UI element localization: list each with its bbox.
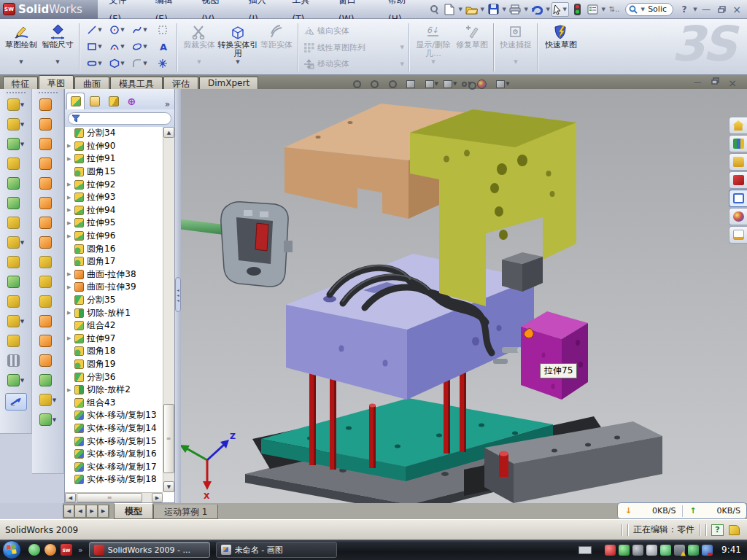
chevron-down-icon[interactable]: ▼ bbox=[19, 59, 23, 65]
taskpane-home-tab[interactable] bbox=[729, 117, 747, 134]
quicklaunch-solidworks-icon[interactable]: SW bbox=[61, 544, 72, 556]
taskbar-clock[interactable]: 9:41 bbox=[721, 545, 741, 555]
tree-item[interactable]: ▶ 拉伸91 bbox=[65, 152, 163, 166]
expand-arrow-icon[interactable]: ▶ bbox=[67, 284, 74, 290]
tree-horizontal-scrollbar[interactable]: ◀ ≡ ▶ bbox=[65, 492, 163, 502]
chevron-down-icon[interactable]: ▼ bbox=[143, 61, 147, 66]
view-settings-icon[interactable]: ▼ bbox=[496, 80, 509, 88]
lofted-surface-icon[interactable]: ▼ bbox=[35, 154, 61, 174]
chevron-down-icon[interactable]: ▼ bbox=[98, 44, 101, 50]
chevron-down-icon[interactable]: ▼ bbox=[479, 7, 485, 12]
quicklaunch-overflow-chevron[interactable]: » bbox=[78, 545, 83, 555]
chevron-double-icon[interactable]: » bbox=[162, 99, 173, 109]
fillet-icon[interactable]: ▼ bbox=[3, 134, 29, 154]
slot-tool[interactable]: ▼ bbox=[83, 55, 106, 71]
tree-item[interactable]: ▶ 实体-移动/复制16 bbox=[65, 448, 163, 461]
tree-item[interactable]: ▶ 分割36 bbox=[65, 370, 163, 384]
tree-item[interactable]: ▶ 切除-放样2 bbox=[65, 384, 163, 397]
search-box[interactable]: ▼ Solic bbox=[625, 3, 673, 16]
apply-scene-icon[interactable]: ▼ bbox=[477, 79, 491, 89]
tree-item[interactable]: ▶ 圆角18 bbox=[65, 345, 163, 358]
expand-arrow-icon[interactable]: ▶ bbox=[67, 387, 74, 393]
3d-model-assembly[interactable]: Y Z X bbox=[171, 89, 747, 503]
expand-arrow-icon[interactable]: ▶ bbox=[67, 182, 74, 187]
search-input[interactable]: Solic bbox=[648, 4, 667, 14]
toolbar-grip[interactable] bbox=[39, 92, 58, 93]
tray-update-icon[interactable] bbox=[660, 545, 671, 556]
rectangle-tool[interactable]: ▼ bbox=[83, 38, 106, 55]
extruded-boss-icon[interactable]: ▼ bbox=[3, 95, 29, 114]
chevron-down-icon[interactable]: ▼ bbox=[98, 27, 101, 33]
zoom-to-area-icon[interactable]: ▼ bbox=[371, 80, 383, 88]
planar-surface-icon[interactable]: ▼ bbox=[35, 213, 61, 233]
taskpane-custom-properties-tab[interactable] bbox=[729, 226, 747, 244]
expand-arrow-icon[interactable]: ▶ bbox=[67, 233, 74, 239]
hole-wizard-icon[interactable]: ▼ bbox=[3, 213, 29, 233]
command-tab[interactable]: DimXpert bbox=[199, 77, 258, 89]
keyboard-layout-icon[interactable] bbox=[578, 546, 592, 554]
tray-sync-blocked-icon[interactable] bbox=[702, 545, 713, 556]
delete-face-icon[interactable]: ▼ bbox=[35, 272, 61, 292]
dimxpertmanager-tab[interactable]: ⊕ bbox=[123, 93, 142, 109]
move-entities-button[interactable]: 移动实体 ▼ bbox=[303, 57, 404, 71]
thicken-icon[interactable]: ▼ bbox=[35, 292, 61, 311]
options-icon[interactable] bbox=[585, 2, 600, 17]
revolved-surface-icon[interactable]: ▼ bbox=[35, 114, 61, 134]
open-icon[interactable] bbox=[464, 2, 479, 17]
tray-security-center-icon[interactable] bbox=[605, 545, 616, 556]
toolbar-pin-icon[interactable] bbox=[427, 2, 441, 17]
expand-arrow-icon[interactable]: ▶ bbox=[67, 143, 74, 149]
curve-icon[interactable]: ▼ bbox=[3, 370, 29, 390]
tree-item[interactable]: ▶ 曲面-拉伸38 bbox=[65, 268, 163, 281]
chevron-down-icon[interactable]: ▼ bbox=[457, 7, 463, 12]
expand-arrow-icon[interactable]: ▶ bbox=[67, 271, 74, 277]
tree-item[interactable]: ▶ 切除-放样1 bbox=[65, 306, 163, 319]
tree-item[interactable]: ▶ 分割35 bbox=[65, 294, 163, 307]
replace-face-icon[interactable]: ▼ bbox=[35, 351, 61, 370]
tree-item[interactable]: ▶ 实体-移动/复制14 bbox=[65, 422, 163, 435]
taskbar-window-button[interactable]: SolidWorks 2009 - ... bbox=[89, 542, 210, 558]
chevron-down-icon[interactable]: ▼ bbox=[120, 27, 124, 33]
toolbar-grip[interactable] bbox=[7, 92, 26, 93]
reference-point-icon[interactable]: ▼ bbox=[35, 390, 61, 410]
model-tab[interactable]: 模型 bbox=[114, 503, 153, 519]
quicklaunch-messenger-icon[interactable] bbox=[28, 544, 40, 556]
move-copy-body-icon[interactable]: ▼ bbox=[3, 292, 29, 311]
taskpane-file-explorer-tab[interactable] bbox=[729, 171, 747, 189]
linear-pattern-icon[interactable]: ▼ bbox=[3, 233, 29, 252]
smart-dimension-button[interactable]: 智能尺寸 ▼ bbox=[39, 21, 76, 74]
trim-surface-icon[interactable]: ▼ bbox=[35, 311, 61, 331]
model-tab[interactable]: 运动算例 1 bbox=[153, 505, 218, 519]
magnified-selection-icon[interactable]: ▼ bbox=[389, 80, 401, 88]
convert-entities-button[interactable]: 转换实体引用 ▼ bbox=[217, 21, 258, 74]
scroll-thumb[interactable]: ≡ bbox=[77, 493, 142, 502]
chevron-down-icon[interactable]: ▼ bbox=[545, 7, 551, 12]
tree-item[interactable]: ▶ 曲面-拉伸39 bbox=[65, 281, 163, 294]
tree-item[interactable]: ▶ 实体-移动/复制17 bbox=[65, 460, 163, 473]
curve-tool-icon[interactable]: ▼ bbox=[35, 410, 61, 429]
tree-item[interactable]: ▶ 实体-移动/复制18 bbox=[65, 473, 163, 486]
tree-item[interactable]: ▶ 拉伸97 bbox=[65, 332, 163, 346]
ellipse-tool[interactable]: ▼ bbox=[128, 38, 151, 55]
tree-item[interactable]: ▶ 拉伸92 bbox=[65, 178, 163, 191]
tags-icon[interactable] bbox=[729, 525, 740, 535]
scroll-down-button[interactable]: ▼ bbox=[163, 481, 174, 492]
tree-item[interactable]: ▶ 拉伸96 bbox=[65, 230, 163, 243]
tree-filter-input[interactable] bbox=[68, 112, 171, 125]
swept-surface-icon[interactable]: ▼ bbox=[35, 95, 61, 114]
command-tab[interactable]: 草图 bbox=[39, 75, 74, 89]
tree-item[interactable]: ▶ 拉伸94 bbox=[65, 204, 163, 217]
rebuild-icon[interactable] bbox=[570, 2, 584, 17]
status-help-button[interactable]: ? bbox=[711, 524, 724, 536]
offset-surface-icon[interactable]: ▼ bbox=[35, 233, 61, 252]
tree-item[interactable]: ▶ 拉伸95 bbox=[65, 217, 163, 230]
scroll-thumb[interactable]: ≡ bbox=[163, 404, 174, 473]
chevron-down-icon[interactable]: ▼ bbox=[640, 7, 646, 12]
knit-surface-icon[interactable]: ▼ bbox=[35, 252, 61, 272]
tree-item[interactable]: ▶ 组合43 bbox=[65, 396, 163, 409]
last-sheet-button[interactable]: ▶ bbox=[98, 505, 109, 518]
chevron-down-icon[interactable]: ▼ bbox=[55, 59, 59, 65]
line-tool[interactable]: ▼ bbox=[83, 21, 106, 38]
tree-item[interactable]: ▶ 圆角15 bbox=[65, 166, 163, 179]
instant3d-button[interactable] bbox=[5, 393, 27, 411]
